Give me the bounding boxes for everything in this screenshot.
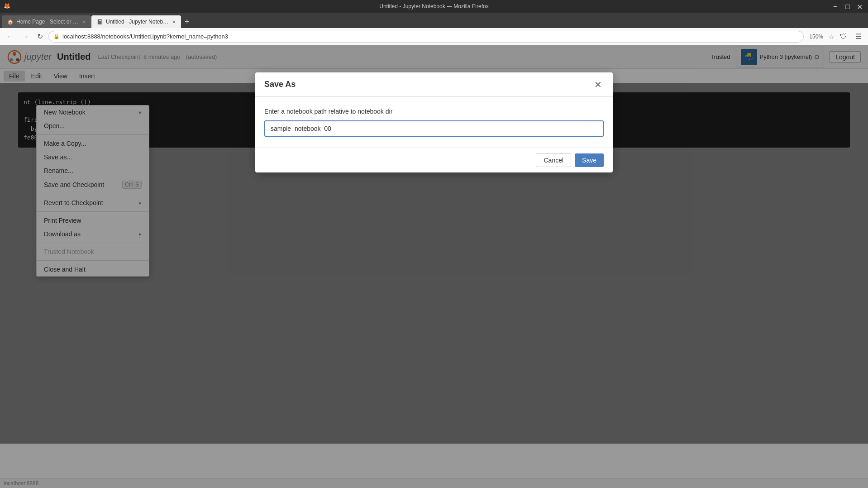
window-maximize[interactable]: □ — [845, 3, 850, 11]
menu-button[interactable]: ☰ — [853, 31, 864, 42]
modal-header: Save As ✕ — [255, 72, 613, 97]
home-tab-label: Home Page - Select or c... — [16, 19, 80, 25]
browser-navbar: ← → ↻ 🔒 150% ☆ 🛡 ☰ — [0, 28, 868, 45]
home-tab-icon: 🏠 — [7, 19, 14, 25]
address-bar[interactable] — [62, 33, 799, 40]
modal-body: Enter a notebook path relative to notebo… — [255, 97, 613, 148]
browser-tab-home[interactable]: 🏠 Home Page - Select or c... ✕ — [2, 15, 91, 28]
lock-icon: 🔒 — [53, 33, 60, 39]
new-tab-button[interactable]: + — [181, 15, 193, 28]
modal-close-button[interactable]: ✕ — [592, 80, 604, 89]
jupyter-app: jupyter Untitled Last Checkpoint: 8 minu… — [0, 45, 868, 488]
notebook-path-input[interactable] — [264, 120, 604, 137]
save-button[interactable]: Save — [575, 153, 604, 167]
shield-button[interactable]: 🛡 — [837, 32, 850, 42]
browser-titlebar: Untitled - Jupyter Notebook — Mozilla Fi… — [0, 0, 868, 13]
notebook-tab-icon: 📓 — [97, 19, 103, 25]
save-as-modal: Save As ✕ Enter a notebook path relative… — [255, 72, 613, 172]
browser-tab-notebook[interactable]: 📓 Untitled - Jupyter Notebo... ✕ — [91, 15, 181, 28]
home-tab-close[interactable]: ✕ — [82, 19, 86, 24]
back-button[interactable]: ← — [4, 32, 16, 42]
notebook-tab-label: Untitled - Jupyter Notebo... — [106, 19, 169, 25]
modal-overlay: Save As ✕ Enter a notebook path relative… — [0, 45, 868, 488]
bookmark-button[interactable]: ☆ — [829, 33, 835, 40]
browser-tabbar: 🏠 Home Page - Select or c... ✕ 📓 Untitle… — [0, 13, 868, 28]
cancel-button[interactable]: Cancel — [536, 153, 571, 167]
address-bar-wrapper: 🔒 — [48, 31, 804, 43]
modal-title: Save As — [264, 80, 296, 89]
window-minimize[interactable]: − — [833, 3, 837, 11]
reload-button[interactable]: ↻ — [34, 31, 46, 42]
browser-title: Untitled - Jupyter Notebook — Mozilla Fi… — [379, 3, 488, 10]
window-close[interactable]: ✕ — [857, 3, 863, 11]
firefox-icon: 🦊 — [4, 3, 10, 9]
modal-label: Enter a notebook path relative to notebo… — [264, 108, 604, 115]
modal-footer: Cancel Save — [255, 148, 613, 172]
zoom-level: 150% — [806, 33, 826, 40]
notebook-tab-close[interactable]: ✕ — [172, 19, 176, 24]
forward-button[interactable]: → — [19, 32, 32, 42]
